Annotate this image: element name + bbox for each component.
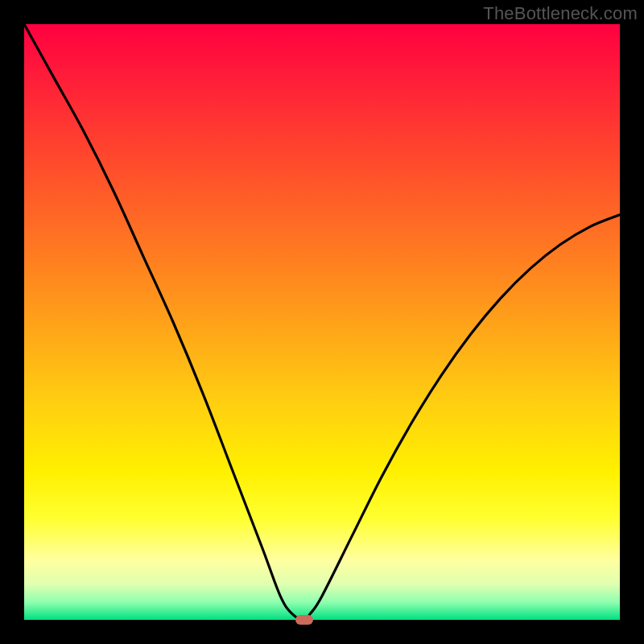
watermark-text: TheBottleneck.com — [483, 3, 638, 24]
optimal-marker — [295, 615, 313, 625]
curve-layer — [24, 24, 620, 620]
bottleneck-curve — [24, 24, 620, 620]
plot-area — [24, 24, 620, 620]
chart-frame: TheBottleneck.com — [0, 0, 644, 644]
